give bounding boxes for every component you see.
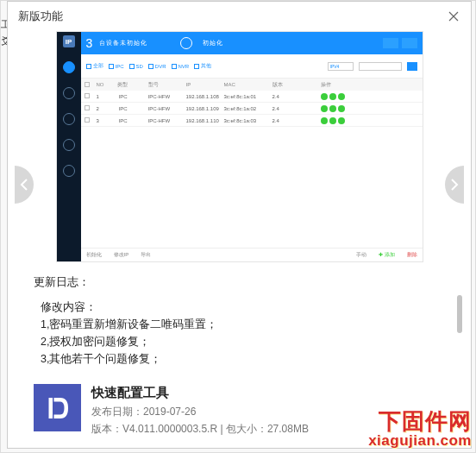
table-row: 1 IPC IPC-HFW 192.168.1.108 3c:ef:8c:1a:… xyxy=(81,91,423,103)
close-button[interactable] xyxy=(447,9,460,23)
preview-filter: 全部 xyxy=(86,62,103,70)
release-date: 发布日期：2019-07-26 xyxy=(91,403,309,420)
preview-main: 3 台设备未初始化 初始化 全部 IPC SD DVR NVR 其他 xyxy=(81,32,423,261)
preview-filter: SD xyxy=(129,64,143,69)
preview-top-text: 台设备未初始化 xyxy=(99,39,147,47)
table-row: 3 IPC IPC-HFW 192.168.1.110 3c:ef:8c:1a:… xyxy=(81,115,423,127)
changelog: 更新日志： 修改内容： 1,密码重置新增新设备二唯码重置； 2,授权加密问题修复… xyxy=(34,274,445,368)
preview-search xyxy=(359,62,402,71)
changelog-item: 2,授权加密问题修复； xyxy=(41,333,445,350)
app-footer: 快速配置工具 发布日期：2019-07-26 版本：V4.011.0000003… xyxy=(34,384,455,437)
dialog-header: 新版功能 xyxy=(8,2,471,31)
preview-logo-icon: IP xyxy=(63,35,75,47)
preview-top-link: 初始化 xyxy=(203,39,223,47)
preview-screenshot: IP 3 台设备未初始化 初始化 xyxy=(56,31,423,262)
changelog-subtitle: 修改内容： xyxy=(41,299,445,316)
preview-dropdown: IPV4 xyxy=(328,62,354,71)
preview-filter: DVR xyxy=(148,64,166,69)
search-icon xyxy=(407,62,417,71)
preview-side-icon xyxy=(63,87,75,99)
app-icon xyxy=(34,384,81,431)
dialog-content: IP 3 台设备未初始化 初始化 xyxy=(8,31,471,448)
app-name: 快速配置工具 xyxy=(91,384,309,401)
preview-side-icon xyxy=(63,113,75,125)
preview-filter: IPC xyxy=(109,64,124,69)
preview-filter: 其他 xyxy=(194,62,211,70)
preview-win-icon xyxy=(402,38,417,48)
preview-filters: 全部 IPC SD DVR NVR 其他 IPV4 xyxy=(81,54,423,79)
refresh-icon xyxy=(180,37,192,49)
preview-count: 3 xyxy=(86,36,93,50)
preview-filter: NVR xyxy=(172,64,190,69)
chevron-right-icon xyxy=(450,179,459,191)
app-info: 快速配置工具 发布日期：2019-07-26 版本：V4.011.0000003… xyxy=(91,384,309,437)
preview-sidebar: IP xyxy=(57,32,81,261)
close-icon xyxy=(448,11,459,22)
changelog-title: 更新日志： xyxy=(34,274,445,290)
preview-side-icon xyxy=(63,139,75,151)
changelog-body: 修改内容： 1,密码重置新增新设备二唯码重置； 2,授权加密问题修复； 3,其他… xyxy=(34,299,445,368)
changelog-item: 3,其他若干个问题修复； xyxy=(41,350,445,368)
preview-topbar: 3 台设备未初始化 初始化 xyxy=(81,32,423,54)
chevron-left-icon xyxy=(20,179,28,191)
scrollbar-thumb[interactable] xyxy=(457,295,462,333)
preview-min-icon xyxy=(383,38,398,48)
svg-rect-0 xyxy=(48,398,53,418)
preview-side-icon xyxy=(63,165,75,177)
version-line: 版本：V4.011.0000003.5.R | 包大小：27.08MB xyxy=(91,420,309,437)
changelog-item: 1,密码重置新增新设备二唯码重置； xyxy=(41,316,445,333)
dialog: 新版功能 IP 3 台设备未初始化 初始化 xyxy=(7,1,472,449)
edge-char: 爻 xyxy=(1,35,7,47)
dialog-title: 新版功能 xyxy=(18,9,63,24)
preview-side-icon xyxy=(63,61,75,73)
preview-footer: 初始化 修改IP 导出 手动 ✚ 添加 删除 xyxy=(81,248,423,261)
table-row: 2 IPC IPC-HFW 192.168.1.109 3c:ef:8c:1a:… xyxy=(81,103,423,115)
app-logo-icon xyxy=(45,395,71,421)
preview-thead: NO 类型 型号 IP MAC 版本 操作 xyxy=(81,79,423,91)
edge-char: 工 xyxy=(1,18,7,31)
preview-table: NO 类型 型号 IP MAC 版本 操作 1 IPC IPC-HFW 192.… xyxy=(81,79,423,248)
